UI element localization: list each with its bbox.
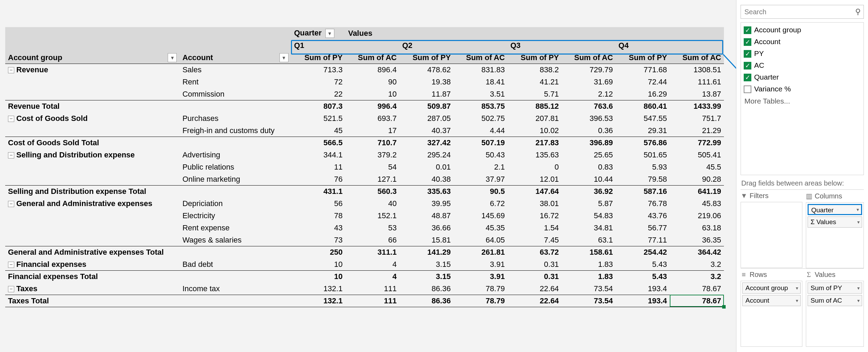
value-cell[interactable]: 76.78 <box>616 197 670 210</box>
value-cell[interactable]: 219.06 <box>670 210 724 222</box>
total-value-cell[interactable]: 860.41 <box>616 100 670 112</box>
total-value-cell[interactable]: 111 <box>345 295 400 307</box>
field-item[interactable]: ✓AC <box>741 59 863 71</box>
value-cell[interactable]: 287.05 <box>399 112 453 124</box>
total-value-cell[interactable]: 250 <box>291 246 345 258</box>
account-cell[interactable]: Freigh-in and customs duty <box>180 124 291 137</box>
account-cell[interactable]: Purchases <box>180 112 291 124</box>
value-cell[interactable]: 0.83 <box>562 161 616 173</box>
total-value-cell[interactable]: 431.1 <box>291 185 345 197</box>
value-cell[interactable]: 344.1 <box>291 149 345 161</box>
value-cell[interactable]: 45.83 <box>670 197 724 210</box>
value-cell[interactable]: 72 <box>291 76 345 88</box>
value-cell[interactable]: 43 <box>291 222 345 234</box>
total-value-cell[interactable]: 772.99 <box>670 137 724 149</box>
dropdown-icon[interactable]: ▾ <box>325 29 334 38</box>
value-cell[interactable]: 838.2 <box>508 64 562 76</box>
total-value-cell[interactable]: 763.6 <box>562 100 616 112</box>
value-cell[interactable]: 1.54 <box>508 222 562 234</box>
group-cell[interactable]: −Selling and Distribution expense <box>5 149 180 161</box>
value-cell[interactable]: 19.38 <box>399 76 453 88</box>
value-cell[interactable]: 3.15 <box>399 258 453 270</box>
total-value-cell[interactable]: 261.81 <box>453 246 508 258</box>
search-input[interactable]: ⚲ <box>741 5 864 19</box>
value-cell[interactable]: 396.53 <box>562 112 616 124</box>
total-value-cell[interactable]: 147.64 <box>508 185 562 197</box>
value-cell[interactable]: 5.87 <box>562 197 616 210</box>
group-cell[interactable] <box>5 161 180 173</box>
value-cell[interactable]: 152.1 <box>345 210 400 222</box>
field-item[interactable]: ✓Variance % <box>741 83 863 95</box>
value-cell[interactable]: 505.41 <box>670 149 724 161</box>
value-cell[interactable]: 713.3 <box>291 64 345 76</box>
value-cell[interactable]: 3.2 <box>670 258 724 270</box>
value-cell[interactable]: 10.44 <box>562 173 616 185</box>
value-cell[interactable]: 78 <box>291 210 345 222</box>
collapse-icon[interactable]: − <box>8 262 14 268</box>
value-cell[interactable]: 2.12 <box>562 88 616 100</box>
value-cell[interactable]: 41.21 <box>508 76 562 88</box>
value-cell[interactable]: 54.83 <box>562 210 616 222</box>
value-cell[interactable]: 831.83 <box>453 64 508 76</box>
value-cell[interactable]: 50.43 <box>453 149 508 161</box>
value-cell[interactable]: 3.91 <box>453 258 508 270</box>
chevron-down-icon[interactable]: ▾ <box>857 283 860 293</box>
total-value-cell[interactable]: 5.43 <box>616 270 670 283</box>
value-cell[interactable]: 0 <box>508 161 562 173</box>
total-value-cell[interactable]: 710.7 <box>345 137 400 149</box>
value-cell[interactable]: 90 <box>345 76 400 88</box>
total-value-cell[interactable]: 327.42 <box>399 137 453 149</box>
total-value-cell[interactable]: 807.3 <box>291 100 345 112</box>
total-value-cell[interactable]: 158.61 <box>562 246 616 258</box>
value-cell[interactable]: 53 <box>345 222 400 234</box>
total-value-cell[interactable]: 0.31 <box>508 270 562 283</box>
value-cell[interactable]: 63.1 <box>562 234 616 246</box>
value-cell[interactable]: 502.75 <box>453 112 508 124</box>
total-value-cell[interactable]: 509.87 <box>399 100 453 112</box>
selection-handle[interactable] <box>722 305 726 309</box>
total-value-cell[interactable]: 4 <box>345 270 400 283</box>
value-cell[interactable]: 56.77 <box>616 222 670 234</box>
value-cell[interactable]: 78.67 <box>670 283 724 295</box>
values-well[interactable]: Sum of PY▾Sum of AC▾ <box>806 281 864 347</box>
value-cell[interactable]: 111 <box>345 283 400 295</box>
value-cell[interactable]: 72.44 <box>616 76 670 88</box>
value-cell[interactable]: 43.76 <box>616 210 670 222</box>
value-cell[interactable]: 21.29 <box>670 124 724 137</box>
field-item[interactable]: ✓PY <box>741 48 863 59</box>
value-cell[interactable]: 34.81 <box>562 222 616 234</box>
value-cell[interactable]: 76 <box>291 173 345 185</box>
group-cell[interactable]: −Revenue <box>5 64 180 76</box>
field-item[interactable]: ✓Account <box>741 36 863 48</box>
value-cell[interactable]: 29.31 <box>616 124 670 137</box>
total-value-cell[interactable]: 78.79 <box>453 295 508 307</box>
total-value-cell[interactable]: 3.15 <box>399 270 453 283</box>
value-cell[interactable]: 135.63 <box>508 149 562 161</box>
value-cell[interactable]: 66 <box>345 234 400 246</box>
total-value-cell[interactable]: 90.5 <box>453 185 508 197</box>
checkbox[interactable]: ✓ <box>744 26 751 34</box>
collapse-icon[interactable]: − <box>8 67 14 73</box>
account-cell[interactable]: Wages & salaries <box>180 234 291 246</box>
value-cell[interactable]: 5.71 <box>508 88 562 100</box>
field-pill[interactable]: Sum of AC▾ <box>808 295 862 306</box>
total-value-cell[interactable]: 193.4 <box>616 295 670 307</box>
value-cell[interactable]: 3.51 <box>453 88 508 100</box>
chevron-down-icon[interactable]: ▾ <box>857 204 859 215</box>
value-cell[interactable]: 0.31 <box>508 258 562 270</box>
filters-well[interactable] <box>741 202 802 268</box>
value-cell[interactable]: 12.01 <box>508 173 562 185</box>
total-value-cell[interactable]: 73.54 <box>562 295 616 307</box>
account-cell[interactable]: Depriciation <box>180 197 291 210</box>
account-cell[interactable]: Public relations <box>180 161 291 173</box>
value-cell[interactable]: 5.43 <box>616 258 670 270</box>
total-value-cell[interactable]: 141.29 <box>399 246 453 258</box>
value-cell[interactable]: 132.1 <box>291 283 345 295</box>
chevron-down-icon[interactable]: ▾ <box>857 217 860 227</box>
value-cell[interactable]: 6.72 <box>453 197 508 210</box>
value-cell[interactable]: 145.69 <box>453 210 508 222</box>
value-cell[interactable]: 751.7 <box>670 112 724 124</box>
value-cell[interactable]: 771.68 <box>616 64 670 76</box>
total-value-cell[interactable]: 1433.99 <box>670 100 724 112</box>
field-item[interactable]: ✓Quarter <box>741 71 863 83</box>
